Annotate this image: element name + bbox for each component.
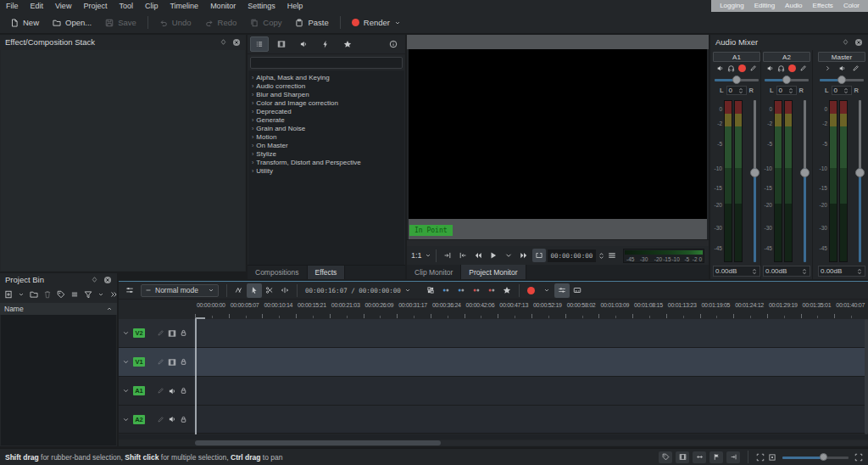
audio-thumbnails-toggle-button[interactable] xyxy=(693,451,706,463)
effect-category-row[interactable]: ›Grain and Noise xyxy=(248,124,404,132)
fast-forward-button[interactable] xyxy=(517,249,531,262)
new-button[interactable]: New xyxy=(3,14,46,31)
menu-help[interactable]: Help xyxy=(281,0,309,12)
gain-spinbox[interactable]: 0.00dB xyxy=(818,266,865,277)
effect-category-row[interactable]: ›Blur and Sharpen xyxy=(248,90,404,98)
menu-tool[interactable]: Tool xyxy=(113,0,139,12)
float-panel-icon[interactable] xyxy=(91,276,98,283)
timeline-settings-button[interactable] xyxy=(122,283,137,298)
track-lane-a1[interactable] xyxy=(193,377,868,406)
show-effects-button[interactable] xyxy=(799,64,807,72)
play-button[interactable] xyxy=(487,249,500,262)
effect-category-row[interactable]: ›Transform, Distort and Perspective xyxy=(248,158,404,166)
mute-button[interactable] xyxy=(716,64,724,72)
workspace-tab-color[interactable]: Color xyxy=(838,0,865,12)
balance-slider[interactable] xyxy=(713,75,760,85)
track-name-badge[interactable]: A2 xyxy=(133,415,145,424)
solo-button[interactable] xyxy=(727,64,735,72)
effect-category-row[interactable]: ›Motion xyxy=(248,132,404,141)
gain-spinbox[interactable]: 0.00dB xyxy=(763,266,810,277)
subtitles-button[interactable] xyxy=(570,283,585,298)
filter-dropdown[interactable] xyxy=(97,291,104,298)
effect-category-row[interactable]: ›Generate xyxy=(248,115,404,124)
spacer-tool-button[interactable] xyxy=(277,283,292,298)
track-lane-a2[interactable] xyxy=(193,406,868,434)
tags-button[interactable] xyxy=(57,290,65,299)
monitor-zoom-dropdown[interactable]: 1:1 xyxy=(411,251,431,260)
record-arm-button[interactable] xyxy=(788,64,796,72)
track-header-v1[interactable]: V1 xyxy=(119,348,193,377)
track-lane-v1[interactable] xyxy=(193,348,868,377)
track-header-a1[interactable]: A1 xyxy=(119,377,193,406)
razor-tool-button[interactable] xyxy=(262,283,277,298)
track-header-a2[interactable]: A2 xyxy=(119,406,193,434)
volume-slider[interactable] xyxy=(799,100,810,262)
rewind-button[interactable] xyxy=(471,249,485,262)
show-effects-button[interactable] xyxy=(749,64,757,72)
tab-compositions[interactable]: Compositions xyxy=(248,266,308,279)
volume-slider[interactable] xyxy=(854,100,865,262)
fit-zoom-button[interactable] xyxy=(756,453,765,462)
open-button[interactable]: Open... xyxy=(46,14,98,31)
monitor-menu-button[interactable] xyxy=(605,249,619,262)
mixer-track-name[interactable]: A1 xyxy=(713,52,760,62)
timeline-timecode[interactable]: 00:00:16:07 / 00:00:00:00 xyxy=(305,287,401,294)
show-effects-button[interactable] xyxy=(852,64,860,72)
mixer-track-name[interactable]: A2 xyxy=(763,52,810,62)
show-audio-effects-button[interactable] xyxy=(294,36,313,52)
delete-button[interactable] xyxy=(43,290,52,299)
snap-toggle-button[interactable] xyxy=(726,451,740,463)
effect-category-row[interactable]: ›Stylize xyxy=(248,149,404,158)
workspace-tab-logging[interactable]: Logging xyxy=(715,0,748,12)
tab-clip-monitor[interactable]: Clip Monitor xyxy=(407,265,461,279)
pan-spinbox[interactable]: 0 xyxy=(726,86,747,95)
tab-effects[interactable]: Effects xyxy=(308,266,346,279)
favorite-effects-button[interactable] xyxy=(499,283,515,298)
show-custom-effects-button[interactable] xyxy=(316,36,335,52)
menu-file[interactable]: File xyxy=(0,0,25,12)
add-clip-dropdown[interactable] xyxy=(18,291,25,298)
effect-category-row[interactable]: ›Alpha, Mask and Keying xyxy=(248,73,404,81)
undo-button[interactable]: Undo xyxy=(153,14,198,31)
float-panel-icon[interactable] xyxy=(220,38,227,46)
mix-zone-button[interactable] xyxy=(423,283,438,298)
menu-view[interactable]: View xyxy=(49,0,77,12)
create-folder-button[interactable] xyxy=(30,290,38,299)
play-options-dropdown[interactable] xyxy=(502,249,515,262)
menu-clip[interactable]: Clip xyxy=(139,0,164,12)
zoom-slider[interactable] xyxy=(782,452,849,462)
track-header-v2[interactable]: V2 xyxy=(119,319,193,348)
edit-mode-dropdown[interactable]: Normal mode xyxy=(141,284,219,297)
show-video-effects-button[interactable] xyxy=(272,36,291,52)
project-bin-list[interactable] xyxy=(1,315,116,445)
copy-button[interactable]: Copy xyxy=(243,14,288,31)
mute-button[interactable] xyxy=(766,64,774,72)
close-panel-icon[interactable] xyxy=(232,38,241,47)
loop-zone-button[interactable] xyxy=(532,249,546,262)
effect-zone-button[interactable] xyxy=(554,283,570,298)
save-button[interactable]: Save xyxy=(98,14,143,31)
name-column-header[interactable]: Name xyxy=(0,303,117,315)
effects-info-button[interactable] xyxy=(384,36,403,52)
overflow-button[interactable] xyxy=(109,290,118,299)
balance-slider[interactable] xyxy=(818,75,865,85)
audio-record-button[interactable] xyxy=(524,283,539,298)
effect-category-row[interactable]: ›Utility xyxy=(248,166,404,175)
record-options-dropdown[interactable] xyxy=(539,283,554,298)
mute-button[interactable] xyxy=(838,64,846,72)
track-name-badge[interactable]: A1 xyxy=(133,386,145,395)
effect-category-row[interactable]: ›Audio correction xyxy=(248,81,404,90)
record-arm-button[interactable] xyxy=(738,64,746,72)
workspace-tab-effects[interactable]: Effects xyxy=(808,0,838,12)
effect-category-row[interactable]: ›On Master xyxy=(248,141,404,149)
monitor-timecode[interactable]: 00:00:00:00 xyxy=(548,249,597,262)
gain-spinbox[interactable]: 0.00dB xyxy=(713,266,760,277)
playhead-line[interactable] xyxy=(195,319,197,434)
balance-slider[interactable] xyxy=(763,75,810,85)
menu-settings[interactable]: Settings xyxy=(242,0,281,12)
menu-monitor[interactable]: Monitor xyxy=(204,0,242,12)
collapse-mixer-button[interactable] xyxy=(824,64,832,72)
zoom-in-button[interactable] xyxy=(854,453,863,462)
lift-zone-button[interactable] xyxy=(484,283,499,298)
pan-spinbox[interactable]: 0 xyxy=(776,86,797,95)
